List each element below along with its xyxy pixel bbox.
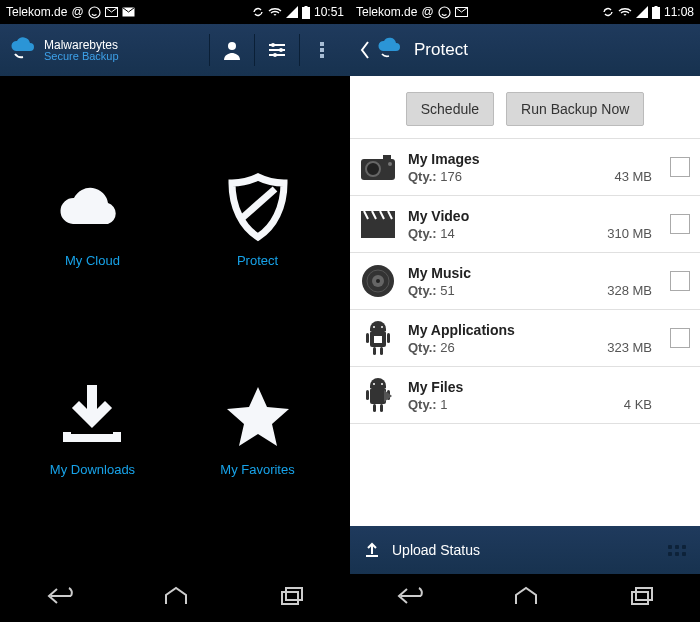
clock-text: 10:51: [314, 5, 344, 19]
category-row-files[interactable]: My Files Qty.: 1 4 KB: [350, 367, 700, 424]
schedule-button[interactable]: Schedule: [406, 92, 494, 126]
carrier-text: Telekom.de: [356, 5, 417, 19]
clapper-icon: [358, 204, 398, 244]
envelope-icon: [122, 7, 135, 17]
category-name: My Applications: [408, 322, 652, 338]
upload-icon: [364, 540, 380, 561]
home-button[interactable]: [513, 586, 539, 610]
svg-rect-14: [286, 588, 302, 600]
status-bar: Telekom.de @ 10:51: [0, 0, 350, 24]
shield-icon: [218, 173, 298, 243]
svg-rect-31: [387, 333, 390, 343]
svg-point-0: [89, 7, 100, 18]
android-nav-bar: [0, 574, 350, 622]
tile-my-favorites[interactable]: My Favorites: [218, 382, 298, 477]
category-row-images[interactable]: My Images Qty.: 176 43 MB: [350, 139, 700, 196]
svg-rect-45: [636, 588, 652, 600]
sync-icon: [252, 6, 264, 18]
svg-point-15: [439, 7, 450, 18]
qty-value: 1: [440, 397, 447, 412]
svg-rect-3: [302, 7, 309, 18]
category-row-video[interactable]: My Video Qty.: 14 310 MB: [350, 196, 700, 253]
screen-protect: Telekom.de @ 11:08 Protect Schedule Run …: [350, 0, 700, 622]
battery-icon: [302, 6, 310, 19]
svg-point-22: [388, 162, 392, 166]
category-row-applications[interactable]: My Applications Qty.: 26 323 MB: [350, 310, 700, 367]
clock-text: 11:08: [664, 5, 694, 19]
whatsapp-icon: [438, 6, 451, 19]
cloud-icon: [53, 173, 133, 243]
back-button[interactable]: [360, 36, 404, 64]
account-button[interactable]: [212, 24, 252, 76]
category-name: My Music: [408, 265, 652, 281]
upload-status-label: Upload Status: [392, 542, 480, 558]
recents-button[interactable]: [629, 586, 655, 610]
run-backup-button[interactable]: Run Backup Now: [506, 92, 644, 126]
svg-point-8: [273, 53, 277, 57]
svg-point-35: [381, 326, 383, 328]
checkbox[interactable]: [670, 328, 690, 348]
size-value: 328 MB: [607, 283, 652, 298]
category-list: My Images Qty.: 176 43 MB My Video Qty.:…: [350, 139, 700, 526]
status-bar: Telekom.de @ 11:08: [350, 0, 700, 24]
svg-rect-44: [632, 592, 648, 604]
category-row-music[interactable]: My Music Qty.: 51 328 MB: [350, 253, 700, 310]
tile-my-downloads[interactable]: My Downloads: [50, 382, 135, 477]
back-button[interactable]: [45, 586, 73, 610]
home-grid: My Cloud Protect My Downloads My Favorit…: [0, 76, 350, 574]
camera-icon: [358, 147, 398, 187]
settings-button[interactable]: [257, 24, 297, 76]
category-name: My Files: [408, 379, 652, 395]
category-name: My Images: [408, 151, 652, 167]
app-subtitle: Secure Backup: [44, 51, 119, 62]
category-name: My Video: [408, 208, 652, 224]
svg-rect-20: [383, 155, 391, 160]
at-icon: @: [71, 5, 83, 19]
checkbox[interactable]: [670, 214, 690, 234]
android-app-icon: [358, 318, 398, 358]
qty-label: Qty.:: [408, 169, 437, 184]
tile-my-cloud[interactable]: My Cloud: [53, 173, 133, 268]
svg-point-43: [381, 383, 383, 385]
gmail-icon: [105, 7, 118, 17]
tile-label: My Downloads: [50, 462, 135, 477]
carrier-text: Telekom.de: [6, 5, 67, 19]
android-file-icon: [358, 375, 398, 415]
tile-protect[interactable]: Protect: [218, 173, 298, 268]
svg-point-27: [376, 279, 380, 283]
screen-home: Telekom.de @ 10:51 Malwarebytes Secure B…: [0, 0, 350, 622]
svg-rect-37: [370, 388, 386, 404]
wifi-icon: [268, 6, 282, 18]
svg-point-21: [366, 162, 380, 176]
protect-header: Protect: [350, 24, 700, 76]
qty-label: Qty.:: [408, 397, 437, 412]
svg-point-34: [373, 326, 375, 328]
qty-value: 26: [440, 340, 454, 355]
svg-rect-33: [380, 347, 383, 355]
svg-rect-30: [366, 333, 369, 343]
svg-point-7: [279, 48, 283, 52]
tile-label: Protect: [237, 253, 278, 268]
app-header: Malwarebytes Secure Backup: [0, 24, 350, 76]
overflow-menu-button[interactable]: [302, 24, 342, 76]
home-button[interactable]: [163, 586, 189, 610]
svg-rect-36: [374, 336, 382, 343]
upload-status-bar[interactable]: Upload Status: [350, 526, 700, 574]
recents-button[interactable]: [279, 586, 305, 610]
battery-icon: [652, 6, 660, 19]
cloud-logo-icon: [8, 35, 38, 65]
qty-value: 51: [440, 283, 454, 298]
back-button[interactable]: [395, 586, 423, 610]
svg-rect-23: [361, 219, 395, 238]
svg-rect-18: [654, 6, 657, 8]
svg-rect-13: [282, 592, 298, 604]
app-title: Malwarebytes: [44, 39, 119, 51]
svg-rect-40: [373, 404, 376, 412]
checkbox[interactable]: [670, 157, 690, 177]
checkbox[interactable]: [670, 271, 690, 291]
svg-rect-17: [652, 7, 659, 18]
size-value: 4 KB: [624, 397, 652, 412]
qty-label: Qty.:: [408, 226, 437, 241]
svg-rect-10: [320, 48, 324, 52]
signal-icon: [286, 6, 298, 18]
